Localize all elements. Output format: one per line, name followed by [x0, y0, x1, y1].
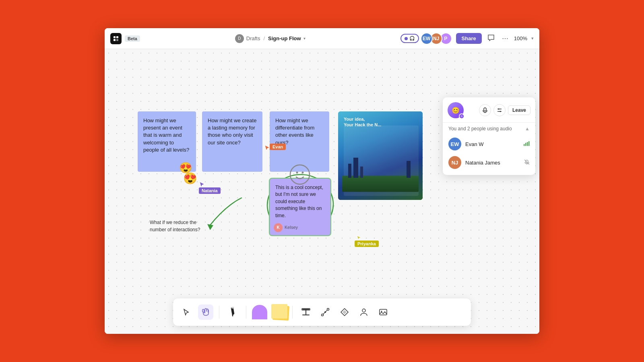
- svg-marker-35: [343, 310, 347, 314]
- avatar-group: EW NJ P: [423, 33, 452, 45]
- svg-point-6: [296, 172, 298, 174]
- audio-user-evan-avatar: EW: [448, 138, 461, 150]
- more-button[interactable]: ⋯: [500, 33, 510, 44]
- audio-user-natania-name: Natania James: [465, 160, 520, 166]
- audio-dot: [405, 37, 408, 40]
- cursor-natania: Natania: [199, 181, 205, 191]
- audio-user-evan: EW Evan W: [443, 135, 535, 153]
- select-tool[interactable]: [179, 304, 194, 320]
- stamp-tool[interactable]: [356, 304, 372, 320]
- cursor-priyanka-label: Priyanka: [355, 241, 379, 247]
- shape-tool-purple[interactable]: [252, 304, 267, 320]
- svg-point-31: [322, 314, 324, 316]
- audio-panel-subtitle: You and 2 people using audio ▲: [443, 123, 535, 135]
- leave-button[interactable]: Leave: [508, 105, 530, 115]
- page-title[interactable]: Sign-up Flow: [268, 35, 301, 41]
- audio-panel: 😊 Leave You and 2 people using audi: [443, 97, 535, 175]
- page-title-chevron[interactable]: ▾: [303, 36, 305, 41]
- audio-user-evan-status-icon: [523, 141, 530, 148]
- svg-point-33: [324, 311, 326, 313]
- breadcrumb-separator: /: [263, 35, 265, 41]
- svg-point-36: [362, 309, 365, 312]
- ap-avatar-badge: [459, 113, 464, 119]
- cursor-evan: Evan: [264, 144, 270, 154]
- arrow-annotation: [185, 190, 266, 242]
- connector-tool[interactable]: [318, 304, 333, 320]
- svg-rect-0: [114, 36, 116, 38]
- svg-rect-17: [524, 144, 525, 146]
- text-note-content: What if we reduce thenumber of interacti…: [150, 220, 200, 232]
- audio-user-evan-name: Evan W: [465, 141, 519, 147]
- svg-point-16: [500, 111, 501, 112]
- svg-rect-20: [528, 141, 530, 146]
- svg-point-7: [302, 172, 304, 174]
- pen-tool[interactable]: [225, 304, 240, 320]
- text-tool[interactable]: [298, 304, 314, 320]
- comment-button[interactable]: [486, 33, 496, 45]
- svg-point-15: [498, 109, 499, 110]
- card-2-text: How might we create a lasting memory for…: [208, 117, 256, 146]
- commenter-avatar: K: [274, 223, 283, 232]
- widget-tool[interactable]: [337, 304, 352, 320]
- audio-panel-header: 😊 Leave: [443, 102, 535, 123]
- audio-count: 🎧: [409, 36, 415, 41]
- workspace-avatar: D: [235, 34, 244, 43]
- card-3-text: How might we differentiate from other ev…: [275, 117, 314, 146]
- audio-panel-subtitle-text: You and 2 people using audio: [448, 126, 512, 132]
- svg-rect-1: [116, 36, 118, 38]
- beta-badge: Beta: [125, 35, 140, 42]
- svg-rect-3: [116, 39, 118, 41]
- svg-rect-2: [114, 39, 116, 41]
- svg-rect-19: [527, 142, 528, 146]
- sticky-front: [271, 304, 287, 319]
- toolbar-right: 🎧 EW NJ P Share ⋯ 100% ▾: [400, 33, 534, 45]
- logo-icon: [110, 33, 122, 44]
- sticky-note-tool[interactable]: [271, 304, 287, 320]
- toolbar-separator-1: [219, 306, 219, 319]
- toolbar-separator-3: [292, 306, 293, 319]
- purple-shape: [252, 305, 267, 319]
- svg-point-5: [290, 165, 310, 184]
- svg-marker-9: [357, 236, 361, 240]
- audio-user-natania-status-icon: [524, 159, 530, 166]
- canvas[interactable]: How might we present an event that is wa…: [105, 49, 539, 334]
- zoom-chevron[interactable]: ▾: [531, 36, 534, 41]
- comment-text: This is a cool concept, but I'm not sure…: [275, 185, 323, 218]
- card-3[interactable]: How might we differentiate from other ev…: [270, 111, 329, 172]
- audio-user-natania-avatar: NJ: [448, 156, 461, 169]
- bottom-toolbar: [173, 298, 471, 326]
- cursor-priyanka: Priyanka: [356, 235, 362, 242]
- svg-marker-25: [232, 315, 233, 317]
- ap-avatar: 😊: [448, 102, 464, 118]
- sticky-stack: [271, 304, 287, 320]
- avatar-1: EW: [421, 33, 433, 45]
- audio-user-natania: NJ Natania James: [443, 153, 535, 172]
- card-2[interactable]: How might we create a lasting memory for…: [202, 111, 262, 172]
- hand-tool[interactable]: [198, 304, 213, 320]
- comment-avatar: K Kelsey: [274, 223, 298, 232]
- toolbar-left: Beta: [110, 33, 140, 44]
- svg-point-10: [460, 115, 463, 117]
- image-tool[interactable]: [376, 304, 391, 320]
- commenter-name: Kelsey: [285, 224, 298, 231]
- ap-settings-button[interactable]: [493, 104, 506, 116]
- svg-rect-11: [484, 108, 486, 111]
- main-toolbar: Beta D Drafts / Sign-up Flow ▾ 🎧 EW NJ P…: [105, 28, 539, 49]
- image-card[interactable]: Your idea,Your Hack the N...: [338, 111, 423, 200]
- audio-indicator[interactable]: 🎧: [400, 34, 419, 43]
- toolbar-center: D Drafts / Sign-up Flow ▾: [144, 34, 396, 43]
- svg-rect-26: [231, 307, 234, 309]
- zoom-label[interactable]: 100%: [514, 35, 527, 41]
- toolbar-separator-2: [246, 306, 246, 319]
- image-inner: Your idea,Your Hack the N...: [338, 111, 423, 200]
- share-button[interactable]: Share: [456, 33, 482, 44]
- breadcrumb-drafts[interactable]: Drafts: [246, 35, 260, 41]
- text-note: What if we reduce thenumber of interacti…: [150, 219, 200, 233]
- ap-controls: Leave: [479, 104, 530, 116]
- smiley-face: [289, 164, 311, 187]
- svg-rect-18: [525, 143, 526, 146]
- audio-panel-chevron[interactable]: ▲: [525, 126, 530, 132]
- card-1-text: How might we present an event that is wa…: [143, 117, 189, 153]
- ap-mic-button[interactable]: [479, 104, 491, 116]
- emoji-star-eyes: 😍: [183, 172, 197, 185]
